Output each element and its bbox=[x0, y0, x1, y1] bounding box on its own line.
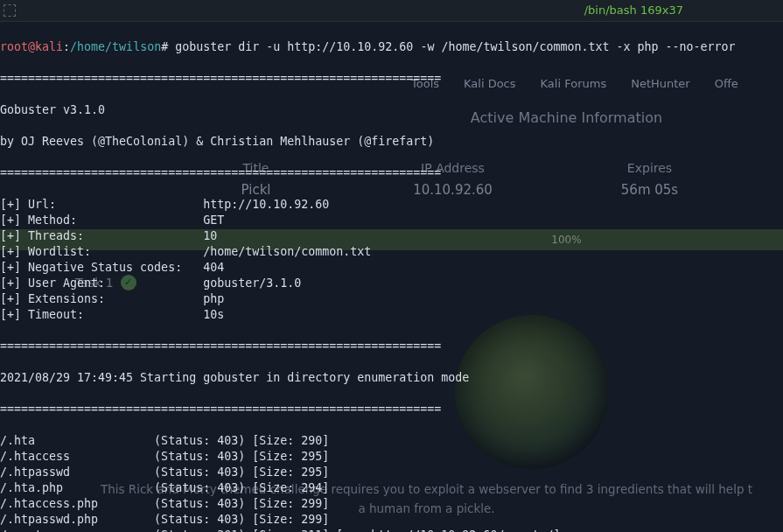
prompt-sep2: # bbox=[161, 40, 168, 53]
separator-line: ========================================… bbox=[0, 402, 783, 417]
terminal-window[interactable]: /bin/bash 169x37 root@kali:/home/twilson… bbox=[0, 0, 783, 532]
param-line: [+] Url: http://10.10.92.60 bbox=[0, 197, 783, 213]
terminal-titlebar[interactable]: /bin/bash 169x37 bbox=[0, 0, 783, 22]
param-line: [+] Wordlist: /home/twilson/common.txt bbox=[0, 244, 783, 260]
window-menu-icon[interactable] bbox=[3, 4, 16, 17]
result-line: /.hta (Status: 403) [Size: 290] bbox=[0, 433, 783, 449]
result-line: /assets (Status: 301) [Size: 311] [--> h… bbox=[0, 528, 783, 532]
result-line: /.htpasswd (Status: 403) [Size: 295] bbox=[0, 465, 783, 480]
prompt-line: root@kali:/home/twilson# gobuster dir -u… bbox=[0, 39, 783, 55]
prompt-command: gobuster dir -u http://10.10.92.60 -w /h… bbox=[175, 40, 735, 53]
param-line: [+] Method: GET bbox=[0, 213, 783, 228]
banner-line: Gobuster v3.1.0 bbox=[0, 102, 783, 118]
result-line: /.htaccess (Status: 403) [Size: 295] bbox=[0, 449, 783, 465]
param-line: [+] Threads: 10 bbox=[0, 228, 783, 244]
separator-line: ========================================… bbox=[0, 339, 783, 354]
param-line: [+] Extensions: php bbox=[0, 291, 783, 307]
prompt-path: /home/twilson bbox=[70, 40, 161, 53]
result-line: /.htaccess.php (Status: 403) [Size: 299] bbox=[0, 496, 783, 512]
separator-line: ========================================… bbox=[0, 71, 783, 87]
start-line: 2021/08/29 17:49:45 Starting gobuster in… bbox=[0, 370, 783, 386]
result-line: /.hta.php (Status: 403) [Size: 294] bbox=[0, 480, 783, 496]
terminal-body[interactable]: root@kali:/home/twilson# gobuster dir -u… bbox=[0, 22, 783, 532]
prompt-userhost: root@kali bbox=[0, 40, 63, 53]
param-line: [+] User Agent: gobuster/3.1.0 bbox=[0, 276, 783, 291]
result-line: /.htpasswd.php (Status: 403) [Size: 299] bbox=[0, 512, 783, 528]
terminal-title: /bin/bash 169x37 bbox=[16, 3, 780, 18]
prompt-sep1: : bbox=[63, 40, 70, 53]
separator-line: ========================================… bbox=[0, 165, 783, 181]
param-line: [+] Timeout: 10s bbox=[0, 307, 783, 323]
param-line: [+] Negative Status codes: 404 bbox=[0, 260, 783, 276]
banner-line: by OJ Reeves (@TheColonial) & Christian … bbox=[0, 134, 783, 150]
